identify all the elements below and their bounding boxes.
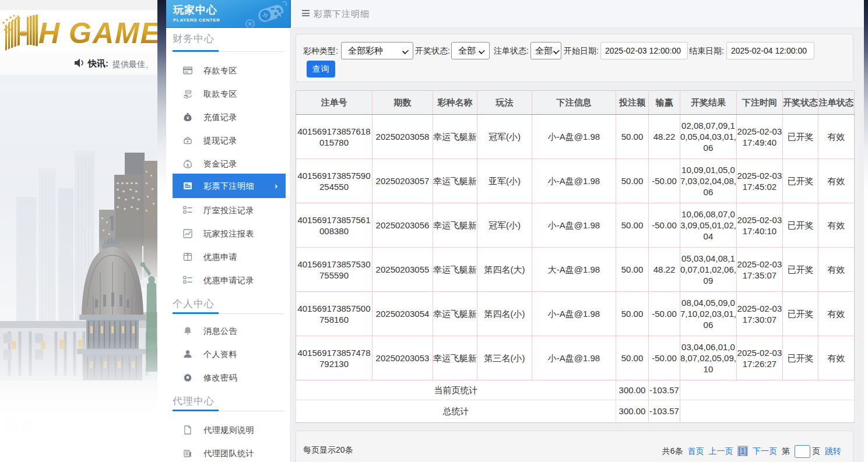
svg-text:GAME: GAME — [69, 17, 157, 50]
svg-text:$: $ — [187, 163, 189, 168]
svg-text:H: H — [38, 17, 60, 50]
